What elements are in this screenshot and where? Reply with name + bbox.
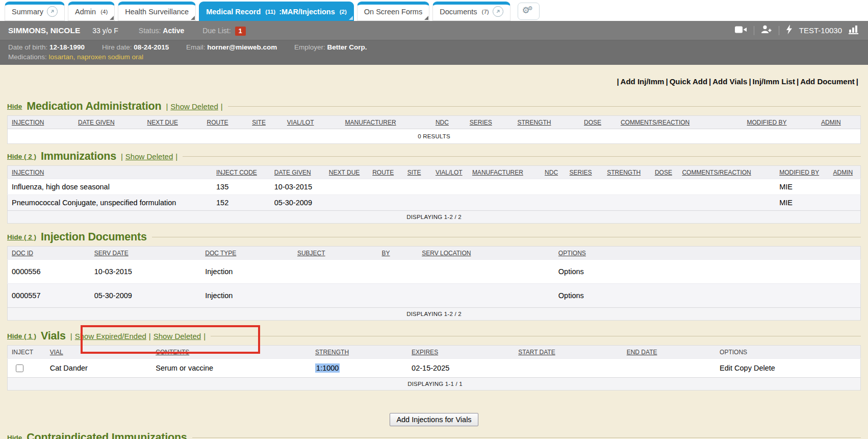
show-deleted-link[interactable]: Show Deleted — [125, 152, 173, 161]
column-header-injection[interactable]: INJECTION — [12, 119, 44, 126]
separator: | — [203, 332, 206, 340]
column-header-series[interactable]: SERIES — [470, 119, 492, 126]
tab-admin[interactable]: Admin(4) — [68, 2, 115, 21]
column-header-date-given[interactable]: DATE GIVEN — [78, 119, 115, 126]
hide-link[interactable]: Hide — [7, 103, 22, 110]
column-header-contents[interactable]: CONTENTS — [156, 349, 189, 356]
action-link[interactable]: Add Inj/Imm — [621, 77, 665, 86]
tab-summary[interactable]: Summary — [5, 2, 65, 21]
column-header-dose[interactable]: DOSE — [584, 119, 601, 126]
app-window: Summary Admin(4) Health Surveillance Med… — [0, 0, 868, 439]
column-header-manufacturer[interactable]: MANUFACTURER — [345, 119, 396, 126]
column-header-manufacturer[interactable]: MANUFACTURER — [472, 169, 523, 176]
column-header-expires[interactable]: EXPIRES — [412, 349, 438, 356]
action-link[interactable]: Add Vials — [712, 77, 747, 86]
cell — [325, 179, 368, 195]
tab-documents[interactable]: Documents(7) — [432, 2, 510, 21]
column-header-date-given[interactable]: DATE GIVEN — [274, 169, 311, 176]
column-header-strength[interactable]: STRENGTH — [518, 119, 551, 126]
tab-label: Summary — [12, 8, 43, 16]
results-count: DISPLAYING 1-2 / 2 — [8, 308, 861, 321]
vials-filter-link[interactable]: Show Expired/Ended — [75, 332, 146, 340]
cell: 1:1000 — [311, 359, 407, 378]
column-header-by[interactable]: BY — [382, 250, 390, 257]
hide-link[interactable]: Hide ( 2 ) — [7, 233, 36, 241]
show-deleted-link[interactable]: Show Deleted — [170, 102, 218, 111]
column-header-subject[interactable]: SUBJECT — [297, 250, 325, 257]
medications-links[interactable]: losartan, naproxen sodium oral — [49, 53, 143, 61]
cell: 135 — [212, 179, 270, 195]
column-header-strength[interactable]: STRENGTH — [607, 169, 641, 176]
action-link[interactable]: Quick Add — [670, 77, 707, 86]
column-header-ndc[interactable]: NDC — [545, 169, 558, 176]
popout-icon[interactable] — [47, 6, 58, 17]
row-action-link[interactable]: Options — [558, 291, 584, 300]
column-header-serv-location[interactable]: SERV LOCATION — [422, 250, 471, 257]
cell: Influenza, high dose seasonal — [8, 179, 213, 195]
column-header-vial[interactable]: VIAL — [50, 349, 63, 356]
vials-filter-link[interactable]: Show Deleted — [154, 332, 201, 340]
column-header-strength[interactable]: STRENGTH — [315, 349, 349, 356]
vials-table: INJECTVIALCONTENTSSTRENGTHEXPIRESSTART D… — [7, 345, 861, 391]
hide-link[interactable]: Hide — [7, 434, 22, 439]
action-link[interactable]: Inj/Imm List — [753, 77, 795, 86]
column-header-doc-id[interactable]: DOC ID — [12, 250, 33, 257]
divider — [779, 26, 779, 35]
column-header-injection[interactable]: INJECTION — [12, 169, 44, 176]
add-injections-for-vials-button[interactable]: Add Injections for Vials — [390, 413, 478, 426]
column-header-site[interactable]: SITE — [407, 169, 421, 176]
tab-health-surveillance[interactable]: Health Surveillance — [118, 2, 196, 21]
column-header-route[interactable]: ROUTE — [372, 169, 394, 176]
due-list-badge[interactable]: 1 — [235, 27, 246, 36]
hide-link[interactable]: Hide ( 2 ) — [7, 153, 36, 160]
column-header-ndc[interactable]: NDC — [436, 119, 449, 126]
column-header-comments-reaction[interactable]: COMMENTS/REACTION — [621, 119, 690, 126]
row-checkbox[interactable] — [16, 364, 23, 372]
column-header-vial-lot[interactable]: VIAL/LOT — [287, 119, 314, 126]
bar-chart-icon[interactable] — [849, 25, 860, 36]
column-header-admin[interactable]: ADMIN — [821, 119, 841, 126]
tab-medical-record[interactable]: Medical Record(11):MAR/Injections(2) — [199, 2, 354, 21]
column-header-site[interactable]: SITE — [252, 119, 266, 126]
cell: Cat Dander — [46, 359, 151, 378]
action-link[interactable]: Add Document — [800, 77, 855, 86]
column-header-modified-by[interactable]: MODIFIED BY — [747, 119, 787, 126]
cell: Options — [554, 260, 861, 284]
column-header-next-due[interactable]: NEXT DUE — [329, 169, 360, 176]
column-header-next-due[interactable]: NEXT DUE — [147, 119, 177, 126]
column-header-vial-lot[interactable]: VIAL/LOT — [436, 169, 463, 176]
column-header-inject-code[interactable]: INJECT CODE — [216, 169, 257, 176]
patient-age-sex: 33 y/o F — [92, 27, 118, 35]
lightning-bolt-icon[interactable] — [786, 25, 793, 36]
row-action-link[interactable]: Edit Copy Delete — [720, 364, 775, 372]
column-header-comments-reaction[interactable]: COMMENTS/REACTION — [682, 169, 751, 176]
cell: 10-03-2015 — [90, 260, 201, 284]
cell — [293, 284, 378, 308]
column-header-modified-by[interactable]: MODIFIED BY — [779, 169, 819, 176]
popout-icon[interactable] — [493, 6, 503, 17]
column-header-dose[interactable]: DOSE — [655, 169, 672, 176]
column-header-admin[interactable]: ADMIN — [833, 169, 853, 176]
column-header-route[interactable]: ROUTE — [207, 119, 228, 126]
video-camera-icon[interactable] — [735, 26, 747, 36]
settings-gear-icon[interactable]: ⚙⚙ — [518, 3, 540, 20]
column-header-serv-date[interactable]: SERV DATE — [94, 250, 129, 257]
cell — [418, 260, 554, 284]
row-action-link[interactable]: Options — [558, 267, 584, 276]
cell — [566, 195, 603, 211]
table-row: 000055610-03-2015InjectionOptions — [8, 260, 861, 284]
column-header-doc-type[interactable]: DOC TYPE — [205, 250, 236, 257]
results-count: 0 RESULTS — [8, 129, 861, 144]
patient-details: Date of birth: 12-18-1990 Hire date: 08-… — [0, 40, 868, 52]
hide-link[interactable]: Hide ( 1 ) — [7, 332, 36, 340]
column-header-options[interactable]: OPTIONS — [558, 250, 586, 257]
medications-label: Medications: — [8, 53, 47, 61]
column-header-series[interactable]: SERIES — [570, 169, 592, 176]
column-header-end-date[interactable]: END DATE — [627, 349, 657, 356]
tab-label: Medical Record — [206, 8, 261, 16]
add-person-icon[interactable] — [761, 25, 772, 36]
column-header-start-date[interactable]: START DATE — [518, 349, 555, 356]
section-title: Immunizations — [41, 150, 116, 163]
cell: 152 — [212, 195, 270, 211]
tab-on-screen-forms[interactable]: On Screen Forms — [357, 2, 429, 21]
